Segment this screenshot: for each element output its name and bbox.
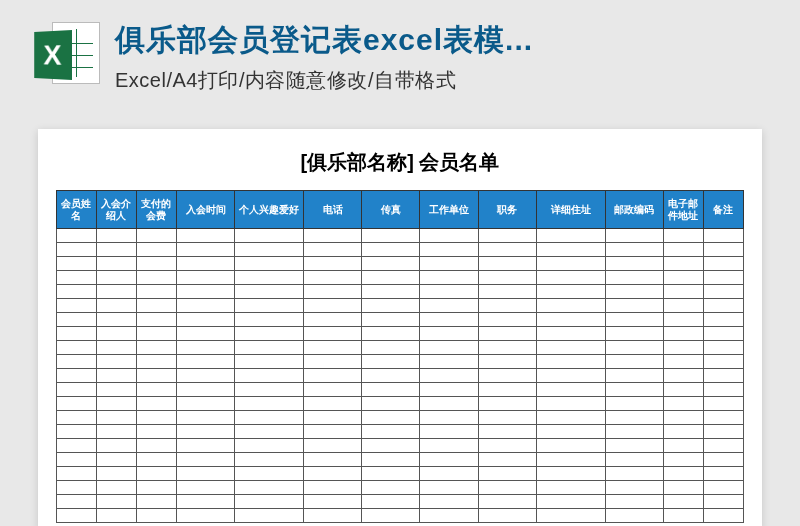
table-cell bbox=[420, 467, 478, 481]
table-cell bbox=[536, 481, 605, 495]
table-cell bbox=[176, 369, 234, 383]
table-cell bbox=[536, 509, 605, 523]
table-cell bbox=[663, 313, 703, 327]
col-header: 会员姓名 bbox=[57, 191, 97, 229]
col-header: 备注 bbox=[703, 191, 743, 229]
table-cell bbox=[605, 411, 663, 425]
table-cell bbox=[57, 453, 97, 467]
table-cell bbox=[362, 411, 420, 425]
table-row bbox=[57, 313, 744, 327]
table-cell bbox=[57, 467, 97, 481]
col-header: 电子邮件地址 bbox=[663, 191, 703, 229]
table-cell bbox=[605, 397, 663, 411]
table-cell bbox=[362, 439, 420, 453]
table-cell bbox=[605, 327, 663, 341]
table-cell bbox=[235, 243, 304, 257]
table-cell bbox=[663, 355, 703, 369]
table-cell bbox=[536, 229, 605, 243]
table-row bbox=[57, 397, 744, 411]
table-cell bbox=[703, 439, 743, 453]
table-cell bbox=[304, 299, 362, 313]
table-cell bbox=[362, 229, 420, 243]
table-cell bbox=[663, 271, 703, 285]
table-cell bbox=[703, 397, 743, 411]
table-cell bbox=[96, 439, 136, 453]
table-cell bbox=[478, 243, 536, 257]
table-cell bbox=[536, 411, 605, 425]
table-cell bbox=[663, 285, 703, 299]
table-cell bbox=[304, 313, 362, 327]
table-cell bbox=[420, 229, 478, 243]
table-cell bbox=[176, 495, 234, 509]
table-cell bbox=[478, 313, 536, 327]
table-cell bbox=[362, 327, 420, 341]
table-cell bbox=[362, 299, 420, 313]
table-cell bbox=[663, 257, 703, 271]
table-cell bbox=[304, 229, 362, 243]
table-row bbox=[57, 425, 744, 439]
table-cell bbox=[362, 369, 420, 383]
table-row bbox=[57, 411, 744, 425]
header-section: X 俱乐部会员登记表excel表模... Excel/A4打印/内容随意修改/自… bbox=[0, 0, 800, 109]
table-cell bbox=[304, 425, 362, 439]
table-cell bbox=[536, 369, 605, 383]
table-cell bbox=[304, 495, 362, 509]
table-cell bbox=[478, 229, 536, 243]
table-cell bbox=[176, 229, 234, 243]
col-header: 详细住址 bbox=[536, 191, 605, 229]
table-cell bbox=[96, 271, 136, 285]
table-cell bbox=[362, 355, 420, 369]
table-cell bbox=[536, 257, 605, 271]
table-cell bbox=[420, 411, 478, 425]
table-cell bbox=[703, 411, 743, 425]
table-cell bbox=[176, 327, 234, 341]
table-cell bbox=[136, 467, 176, 481]
table-cell bbox=[304, 509, 362, 523]
table-cell bbox=[235, 467, 304, 481]
table-cell bbox=[362, 383, 420, 397]
table-cell bbox=[478, 425, 536, 439]
table-cell bbox=[136, 425, 176, 439]
col-header: 入会介绍人 bbox=[96, 191, 136, 229]
table-cell bbox=[536, 383, 605, 397]
table-row bbox=[57, 341, 744, 355]
table-cell bbox=[57, 271, 97, 285]
table-cell bbox=[478, 495, 536, 509]
table-cell bbox=[663, 425, 703, 439]
table-cell bbox=[136, 313, 176, 327]
table-cell bbox=[136, 411, 176, 425]
table-cell bbox=[304, 467, 362, 481]
table-cell bbox=[176, 425, 234, 439]
table-cell bbox=[478, 271, 536, 285]
table-cell bbox=[176, 439, 234, 453]
table-cell bbox=[136, 509, 176, 523]
table-wrapper: 会员姓名 入会介绍人 支付的会费 入会时间 个人兴趣爱好 电话 传真 工作单位 … bbox=[56, 190, 744, 523]
table-cell bbox=[136, 453, 176, 467]
table-cell bbox=[136, 481, 176, 495]
table-cell bbox=[304, 327, 362, 341]
table-cell bbox=[176, 411, 234, 425]
table-cell bbox=[478, 355, 536, 369]
table-cell bbox=[663, 467, 703, 481]
col-header: 电话 bbox=[304, 191, 362, 229]
table-cell bbox=[235, 313, 304, 327]
table-cell bbox=[235, 341, 304, 355]
table-cell bbox=[176, 453, 234, 467]
table-cell bbox=[536, 313, 605, 327]
table-cell bbox=[478, 383, 536, 397]
table-row bbox=[57, 243, 744, 257]
table-cell bbox=[420, 285, 478, 299]
table-cell bbox=[57, 481, 97, 495]
table-row bbox=[57, 495, 744, 509]
sheet-title: [俱乐部名称] 会员名单 bbox=[56, 149, 744, 176]
table-row bbox=[57, 299, 744, 313]
table-cell bbox=[420, 453, 478, 467]
table-cell bbox=[362, 313, 420, 327]
table-cell bbox=[362, 341, 420, 355]
table-cell bbox=[420, 341, 478, 355]
member-table: 会员姓名 入会介绍人 支付的会费 入会时间 个人兴趣爱好 电话 传真 工作单位 … bbox=[56, 190, 744, 523]
table-cell bbox=[703, 271, 743, 285]
table-cell bbox=[478, 299, 536, 313]
table-cell bbox=[176, 285, 234, 299]
table-cell bbox=[536, 285, 605, 299]
